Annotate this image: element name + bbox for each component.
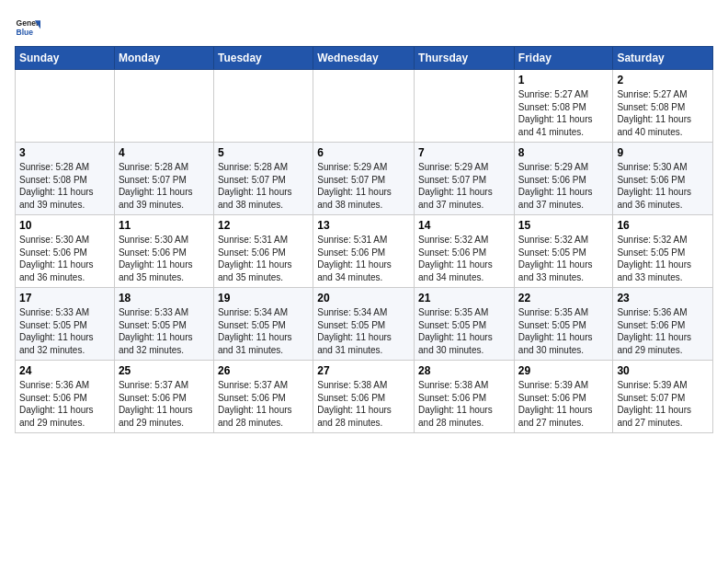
calendar-cell: 14Sunrise: 5:32 AM Sunset: 5:06 PM Dayli… (415, 215, 515, 288)
day-info: Sunrise: 5:29 AM Sunset: 5:07 PM Dayligh… (317, 161, 410, 211)
day-info: Sunrise: 5:36 AM Sunset: 5:06 PM Dayligh… (19, 379, 110, 429)
calendar-cell: 27Sunrise: 5:38 AM Sunset: 5:06 PM Dayli… (313, 361, 415, 433)
day-info: Sunrise: 5:34 AM Sunset: 5:05 PM Dayligh… (317, 306, 410, 356)
day-info: Sunrise: 5:30 AM Sunset: 5:06 PM Dayligh… (119, 234, 210, 283)
day-number: 4 (119, 146, 210, 159)
day-number: 24 (19, 364, 110, 377)
day-info: Sunrise: 5:36 AM Sunset: 5:06 PM Dayligh… (617, 306, 709, 356)
day-info: Sunrise: 5:38 AM Sunset: 5:06 PM Dayligh… (418, 379, 510, 429)
calendar-cell: 10Sunrise: 5:30 AM Sunset: 5:06 PM Dayli… (16, 215, 115, 288)
day-number: 20 (317, 292, 410, 304)
svg-text:Blue: Blue (17, 28, 34, 37)
day-info: Sunrise: 5:39 AM Sunset: 5:07 PM Dayligh… (617, 379, 709, 429)
calendar-cell: 2Sunrise: 5:27 AM Sunset: 5:08 PM Daylig… (613, 70, 713, 143)
calendar-cell: 21Sunrise: 5:35 AM Sunset: 5:05 PM Dayli… (415, 288, 515, 361)
day-info: Sunrise: 5:37 AM Sunset: 5:06 PM Dayligh… (119, 379, 210, 429)
day-number: 18 (119, 292, 210, 304)
calendar-week-5: 24Sunrise: 5:36 AM Sunset: 5:06 PM Dayli… (16, 361, 713, 433)
day-number: 12 (218, 219, 309, 232)
day-info: Sunrise: 5:32 AM Sunset: 5:05 PM Dayligh… (518, 234, 609, 283)
calendar-cell: 16Sunrise: 5:32 AM Sunset: 5:05 PM Dayli… (613, 215, 713, 288)
calendar-cell: 4Sunrise: 5:28 AM Sunset: 5:07 PM Daylig… (114, 143, 213, 215)
day-info: Sunrise: 5:29 AM Sunset: 5:06 PM Dayligh… (518, 161, 609, 211)
day-info: Sunrise: 5:28 AM Sunset: 5:07 PM Dayligh… (218, 161, 309, 211)
calendar-cell: 1Sunrise: 5:27 AM Sunset: 5:08 PM Daylig… (514, 70, 613, 143)
day-info: Sunrise: 5:27 AM Sunset: 5:08 PM Dayligh… (617, 88, 709, 138)
calendar-cell (114, 70, 213, 143)
calendar-week-2: 3Sunrise: 5:28 AM Sunset: 5:08 PM Daylig… (16, 143, 713, 215)
day-info: Sunrise: 5:28 AM Sunset: 5:08 PM Dayligh… (19, 161, 110, 211)
day-info: Sunrise: 5:31 AM Sunset: 5:06 PM Dayligh… (317, 234, 410, 283)
calendar-cell: 17Sunrise: 5:33 AM Sunset: 5:05 PM Dayli… (16, 288, 115, 361)
day-info: Sunrise: 5:35 AM Sunset: 5:05 PM Dayligh… (518, 306, 609, 356)
calendar-cell: 23Sunrise: 5:36 AM Sunset: 5:06 PM Dayli… (613, 288, 713, 361)
day-number: 28 (418, 364, 510, 377)
calendar-table: SundayMondayTuesdayWednesdayThursdayFrid… (15, 46, 713, 433)
weekday-header-sunday: Sunday (16, 47, 115, 70)
day-number: 17 (19, 292, 110, 304)
calendar-cell (16, 70, 115, 143)
day-number: 26 (218, 364, 309, 377)
calendar-cell: 22Sunrise: 5:35 AM Sunset: 5:05 PM Dayli… (514, 288, 613, 361)
calendar-cell: 13Sunrise: 5:31 AM Sunset: 5:06 PM Dayli… (313, 215, 415, 288)
day-number: 7 (418, 146, 510, 159)
day-number: 5 (218, 146, 309, 159)
calendar-cell: 25Sunrise: 5:37 AM Sunset: 5:06 PM Dayli… (114, 361, 213, 433)
calendar-cell: 7Sunrise: 5:29 AM Sunset: 5:07 PM Daylig… (415, 143, 515, 215)
day-info: Sunrise: 5:27 AM Sunset: 5:08 PM Dayligh… (518, 88, 609, 138)
calendar-cell: 30Sunrise: 5:39 AM Sunset: 5:07 PM Dayli… (613, 361, 713, 433)
logo: General Blue (15, 15, 44, 40)
day-number: 25 (119, 364, 210, 377)
day-info: Sunrise: 5:31 AM Sunset: 5:06 PM Dayligh… (218, 234, 309, 283)
day-number: 23 (617, 292, 709, 304)
day-info: Sunrise: 5:38 AM Sunset: 5:06 PM Dayligh… (317, 379, 410, 429)
day-info: Sunrise: 5:33 AM Sunset: 5:05 PM Dayligh… (119, 306, 210, 356)
day-number: 30 (617, 364, 709, 377)
logo-icon: General Blue (15, 15, 40, 40)
day-number: 9 (617, 146, 709, 159)
day-info: Sunrise: 5:29 AM Sunset: 5:07 PM Dayligh… (418, 161, 510, 211)
calendar-cell: 3Sunrise: 5:28 AM Sunset: 5:08 PM Daylig… (16, 143, 115, 215)
day-number: 27 (317, 364, 410, 377)
day-number: 1 (518, 74, 609, 86)
calendar-cell (313, 70, 415, 143)
day-info: Sunrise: 5:35 AM Sunset: 5:05 PM Dayligh… (418, 306, 510, 356)
day-number: 29 (518, 364, 609, 377)
day-number: 6 (317, 146, 410, 159)
calendar-cell: 15Sunrise: 5:32 AM Sunset: 5:05 PM Dayli… (514, 215, 613, 288)
day-number: 11 (119, 219, 210, 232)
calendar-cell: 29Sunrise: 5:39 AM Sunset: 5:06 PM Dayli… (514, 361, 613, 433)
calendar-cell (213, 70, 313, 143)
day-number: 19 (218, 292, 309, 304)
calendar-week-1: 1Sunrise: 5:27 AM Sunset: 5:08 PM Daylig… (16, 70, 713, 143)
weekday-header-thursday: Thursday (415, 47, 515, 70)
calendar-cell: 6Sunrise: 5:29 AM Sunset: 5:07 PM Daylig… (313, 143, 415, 215)
day-info: Sunrise: 5:32 AM Sunset: 5:05 PM Dayligh… (617, 234, 709, 283)
day-info: Sunrise: 5:28 AM Sunset: 5:07 PM Dayligh… (119, 161, 210, 211)
weekday-header-saturday: Saturday (613, 47, 713, 70)
day-info: Sunrise: 5:33 AM Sunset: 5:05 PM Dayligh… (19, 306, 110, 356)
weekday-header-wednesday: Wednesday (313, 47, 415, 70)
day-number: 8 (518, 146, 609, 159)
calendar-cell (415, 70, 515, 143)
calendar-cell: 5Sunrise: 5:28 AM Sunset: 5:07 PM Daylig… (213, 143, 313, 215)
day-number: 2 (617, 74, 709, 86)
calendar-cell: 26Sunrise: 5:37 AM Sunset: 5:06 PM Dayli… (213, 361, 313, 433)
calendar-cell: 19Sunrise: 5:34 AM Sunset: 5:05 PM Dayli… (213, 288, 313, 361)
day-info: Sunrise: 5:37 AM Sunset: 5:06 PM Dayligh… (218, 379, 309, 429)
weekday-header-monday: Monday (114, 47, 213, 70)
day-number: 22 (518, 292, 609, 304)
day-number: 10 (19, 219, 110, 232)
weekday-header-tuesday: Tuesday (213, 47, 313, 70)
calendar-cell: 9Sunrise: 5:30 AM Sunset: 5:06 PM Daylig… (613, 143, 713, 215)
calendar-cell: 8Sunrise: 5:29 AM Sunset: 5:06 PM Daylig… (514, 143, 613, 215)
calendar-cell: 20Sunrise: 5:34 AM Sunset: 5:05 PM Dayli… (313, 288, 415, 361)
weekday-header-friday: Friday (514, 47, 613, 70)
day-info: Sunrise: 5:32 AM Sunset: 5:06 PM Dayligh… (418, 234, 510, 283)
day-info: Sunrise: 5:34 AM Sunset: 5:05 PM Dayligh… (218, 306, 309, 356)
day-info: Sunrise: 5:39 AM Sunset: 5:06 PM Dayligh… (518, 379, 609, 429)
day-info: Sunrise: 5:30 AM Sunset: 5:06 PM Dayligh… (19, 234, 110, 283)
day-number: 3 (19, 146, 110, 159)
calendar-week-4: 17Sunrise: 5:33 AM Sunset: 5:05 PM Dayli… (16, 288, 713, 361)
day-number: 13 (317, 219, 410, 232)
